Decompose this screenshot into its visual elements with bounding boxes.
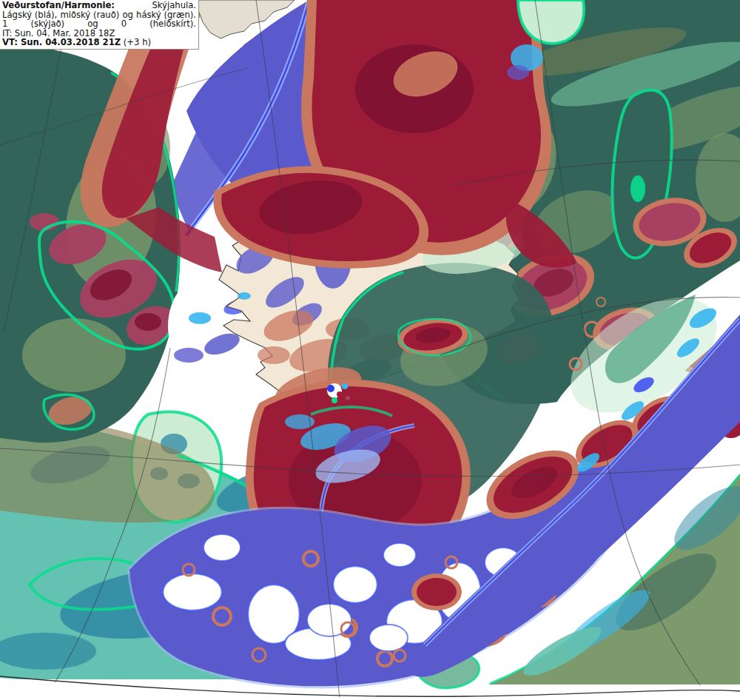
legend-title-row: Veðurstofan/Harmonie: Skýjahula. <box>2 1 196 10</box>
legend-scale-row: 1 (skýjað) og 0 (heiðskírt). <box>2 19 196 29</box>
scale-one: 1 <box>2 19 7 29</box>
model-source-label: Veðurstofan/Harmonie: <box>2 1 115 10</box>
scale-and: og <box>87 19 98 29</box>
valid-offset: (+3 h) <box>124 37 151 47</box>
scale-cloudy: (skýjað) <box>30 19 64 29</box>
weather-map-stage: Veðurstofan/Harmonie: Skýjahula. Lágský … <box>0 0 740 700</box>
variable-label: Skýjahula. <box>152 1 196 10</box>
legend-box: Veðurstofan/Harmonie: Skýjahula. Lágský … <box>0 0 199 50</box>
scale-zero: 0 <box>121 19 127 29</box>
valid-time-row: VT: Sun. 04.03.2018 21Z (+3 h) <box>2 38 196 47</box>
valid-time: VT: Sun. 04.03.2018 21Z <box>2 37 121 47</box>
scale-clear: (heiðskírt). <box>149 19 196 29</box>
weather-map <box>0 0 740 700</box>
